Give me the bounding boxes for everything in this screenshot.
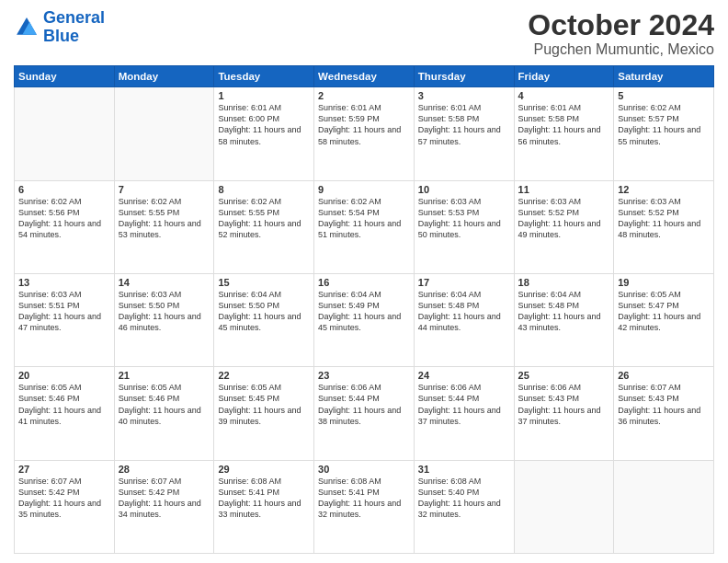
month-title: October 2024 bbox=[528, 9, 714, 41]
weekday-header: Saturday bbox=[614, 66, 714, 87]
calendar-cell: 20Sunrise: 6:05 AMSunset: 5:46 PMDayligh… bbox=[15, 367, 115, 460]
calendar-week-row: 6Sunrise: 6:02 AMSunset: 5:56 PMDaylight… bbox=[15, 180, 714, 273]
day-info: Sunrise: 6:08 AMSunset: 5:41 PMDaylight:… bbox=[218, 476, 310, 521]
calendar-cell: 25Sunrise: 6:06 AMSunset: 5:43 PMDayligh… bbox=[514, 367, 614, 460]
day-number: 2 bbox=[318, 90, 410, 101]
weekday-header: Tuesday bbox=[214, 66, 314, 87]
calendar-cell: 16Sunrise: 6:04 AMSunset: 5:49 PMDayligh… bbox=[314, 273, 415, 366]
calendar-cell: 6Sunrise: 6:02 AMSunset: 5:56 PMDaylight… bbox=[15, 180, 115, 273]
day-info: Sunrise: 6:02 AMSunset: 5:55 PMDaylight:… bbox=[119, 196, 210, 241]
calendar-cell: 27Sunrise: 6:07 AMSunset: 5:42 PMDayligh… bbox=[15, 460, 115, 553]
day-info: Sunrise: 6:05 AMSunset: 5:46 PMDaylight:… bbox=[18, 382, 110, 427]
calendar-cell bbox=[15, 87, 115, 180]
logo-icon bbox=[14, 15, 40, 40]
day-number: 22 bbox=[218, 370, 310, 381]
calendar-cell: 2Sunrise: 6:01 AMSunset: 5:59 PMDaylight… bbox=[314, 87, 415, 180]
calendar-cell: 10Sunrise: 6:03 AMSunset: 5:53 PMDayligh… bbox=[414, 180, 514, 273]
calendar-header: SundayMondayTuesdayWednesdayThursdayFrid… bbox=[15, 66, 714, 87]
calendar-week-row: 1Sunrise: 6:01 AMSunset: 6:00 PMDaylight… bbox=[15, 87, 714, 180]
calendar-cell bbox=[514, 460, 614, 553]
day-number: 23 bbox=[318, 370, 410, 381]
calendar-cell: 14Sunrise: 6:03 AMSunset: 5:50 PMDayligh… bbox=[114, 273, 214, 366]
day-info: Sunrise: 6:08 AMSunset: 5:41 PMDaylight:… bbox=[318, 476, 410, 521]
day-number: 10 bbox=[418, 184, 510, 195]
weekday-header: Friday bbox=[514, 66, 614, 87]
weekday-header: Wednesday bbox=[314, 66, 415, 87]
logo-general: General bbox=[43, 8, 105, 27]
logo-blue: Blue bbox=[43, 27, 79, 45]
day-number: 15 bbox=[218, 277, 310, 288]
calendar-cell: 26Sunrise: 6:07 AMSunset: 5:43 PMDayligh… bbox=[614, 367, 714, 460]
day-info: Sunrise: 6:02 AMSunset: 5:54 PMDaylight:… bbox=[318, 196, 410, 241]
day-info: Sunrise: 6:01 AMSunset: 5:58 PMDaylight:… bbox=[518, 102, 610, 147]
calendar-body: 1Sunrise: 6:01 AMSunset: 6:00 PMDaylight… bbox=[15, 87, 714, 554]
calendar-cell: 5Sunrise: 6:02 AMSunset: 5:57 PMDaylight… bbox=[614, 87, 714, 180]
day-number: 8 bbox=[218, 184, 310, 195]
calendar-cell: 9Sunrise: 6:02 AMSunset: 5:54 PMDaylight… bbox=[314, 180, 415, 273]
calendar-cell: 19Sunrise: 6:05 AMSunset: 5:47 PMDayligh… bbox=[614, 273, 714, 366]
calendar-cell: 28Sunrise: 6:07 AMSunset: 5:42 PMDayligh… bbox=[114, 460, 214, 553]
calendar-table: SundayMondayTuesdayWednesdayThursdayFrid… bbox=[14, 65, 714, 554]
calendar-cell: 13Sunrise: 6:03 AMSunset: 5:51 PMDayligh… bbox=[15, 273, 115, 366]
day-info: Sunrise: 6:05 AMSunset: 5:46 PMDaylight:… bbox=[119, 382, 210, 427]
day-number: 17 bbox=[418, 277, 510, 288]
calendar-cell: 4Sunrise: 6:01 AMSunset: 5:58 PMDaylight… bbox=[514, 87, 614, 180]
header: General Blue October 2024 Pugchen Mumunt… bbox=[14, 9, 714, 58]
day-number: 5 bbox=[618, 90, 710, 101]
day-number: 14 bbox=[119, 277, 210, 288]
calendar-cell: 24Sunrise: 6:06 AMSunset: 5:44 PMDayligh… bbox=[414, 367, 514, 460]
day-info: Sunrise: 6:05 AMSunset: 5:47 PMDaylight:… bbox=[618, 289, 710, 334]
calendar-cell bbox=[114, 87, 214, 180]
calendar-cell: 3Sunrise: 6:01 AMSunset: 5:58 PMDaylight… bbox=[414, 87, 514, 180]
day-info: Sunrise: 6:02 AMSunset: 5:56 PMDaylight:… bbox=[18, 196, 110, 241]
day-info: Sunrise: 6:04 AMSunset: 5:48 PMDaylight:… bbox=[518, 289, 610, 334]
day-number: 7 bbox=[119, 184, 210, 195]
day-info: Sunrise: 6:04 AMSunset: 5:49 PMDaylight:… bbox=[318, 289, 410, 334]
weekday-header: Monday bbox=[114, 66, 214, 87]
day-number: 25 bbox=[518, 370, 610, 381]
calendar-cell: 31Sunrise: 6:08 AMSunset: 5:40 PMDayligh… bbox=[414, 460, 514, 553]
day-number: 6 bbox=[18, 184, 110, 195]
day-number: 24 bbox=[418, 370, 510, 381]
day-number: 19 bbox=[618, 277, 710, 288]
day-number: 9 bbox=[318, 184, 410, 195]
location-title: Pugchen Mumuntic, Mexico bbox=[528, 41, 714, 58]
day-info: Sunrise: 6:06 AMSunset: 5:43 PMDaylight:… bbox=[518, 382, 610, 427]
day-number: 21 bbox=[119, 370, 210, 381]
day-number: 29 bbox=[218, 464, 310, 475]
day-info: Sunrise: 6:07 AMSunset: 5:42 PMDaylight:… bbox=[119, 476, 210, 521]
day-number: 1 bbox=[218, 90, 310, 101]
calendar-week-row: 13Sunrise: 6:03 AMSunset: 5:51 PMDayligh… bbox=[15, 273, 714, 366]
day-number: 27 bbox=[18, 464, 110, 475]
day-info: Sunrise: 6:01 AMSunset: 6:00 PMDaylight:… bbox=[218, 102, 310, 147]
day-number: 18 bbox=[518, 277, 610, 288]
day-info: Sunrise: 6:08 AMSunset: 5:40 PMDaylight:… bbox=[418, 476, 510, 521]
weekday-row: SundayMondayTuesdayWednesdayThursdayFrid… bbox=[15, 66, 714, 87]
calendar-cell: 30Sunrise: 6:08 AMSunset: 5:41 PMDayligh… bbox=[314, 460, 415, 553]
day-number: 16 bbox=[318, 277, 410, 288]
day-number: 4 bbox=[518, 90, 610, 101]
day-info: Sunrise: 6:03 AMSunset: 5:52 PMDaylight:… bbox=[518, 196, 610, 241]
day-number: 26 bbox=[618, 370, 710, 381]
weekday-header: Sunday bbox=[15, 66, 115, 87]
day-info: Sunrise: 6:07 AMSunset: 5:43 PMDaylight:… bbox=[618, 382, 710, 427]
calendar-cell: 7Sunrise: 6:02 AMSunset: 5:55 PMDaylight… bbox=[114, 180, 214, 273]
day-number: 13 bbox=[18, 277, 110, 288]
day-number: 11 bbox=[518, 184, 610, 195]
day-info: Sunrise: 6:07 AMSunset: 5:42 PMDaylight:… bbox=[18, 476, 110, 521]
calendar-cell: 11Sunrise: 6:03 AMSunset: 5:52 PMDayligh… bbox=[514, 180, 614, 273]
calendar-cell: 23Sunrise: 6:06 AMSunset: 5:44 PMDayligh… bbox=[314, 367, 415, 460]
calendar-cell: 21Sunrise: 6:05 AMSunset: 5:46 PMDayligh… bbox=[114, 367, 214, 460]
calendar-cell: 8Sunrise: 6:02 AMSunset: 5:55 PMDaylight… bbox=[214, 180, 314, 273]
calendar-cell bbox=[614, 460, 714, 553]
day-number: 30 bbox=[318, 464, 410, 475]
day-number: 3 bbox=[418, 90, 510, 101]
day-info: Sunrise: 6:03 AMSunset: 5:52 PMDaylight:… bbox=[618, 196, 710, 241]
calendar-cell: 17Sunrise: 6:04 AMSunset: 5:48 PMDayligh… bbox=[414, 273, 514, 366]
day-info: Sunrise: 6:05 AMSunset: 5:45 PMDaylight:… bbox=[218, 382, 310, 427]
day-info: Sunrise: 6:06 AMSunset: 5:44 PMDaylight:… bbox=[418, 382, 510, 427]
day-info: Sunrise: 6:03 AMSunset: 5:51 PMDaylight:… bbox=[18, 289, 110, 334]
weekday-header: Thursday bbox=[414, 66, 514, 87]
calendar-cell: 18Sunrise: 6:04 AMSunset: 5:48 PMDayligh… bbox=[514, 273, 614, 366]
day-number: 12 bbox=[618, 184, 710, 195]
